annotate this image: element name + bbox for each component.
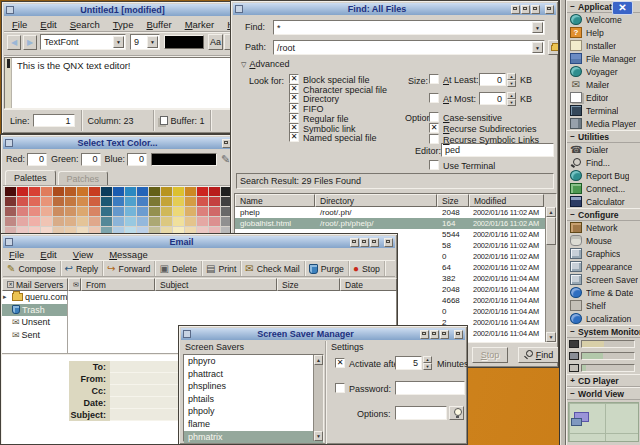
shelf-item-time-date[interactable]: Time & Date [567,286,640,299]
shelf-item-localization[interactable]: Localization [567,312,640,325]
collapse-icon[interactable]: − [569,210,576,219]
palette-swatch[interactable] [65,187,76,196]
mail-folder-unsent[interactable]: ✉Unsent [2,316,67,329]
activate-checkbox[interactable]: ✕ [335,358,345,368]
minutes-spinner[interactable]: ▲▼ [423,356,432,370]
palette-swatch[interactable] [209,197,220,206]
email-titlebar[interactable]: Email [3,236,395,248]
column-header-directory[interactable]: Directory [315,194,437,207]
status-column-header[interactable]: ✉ [68,278,81,291]
palette-swatch[interactable] [53,197,64,206]
preview-button[interactable] [449,406,464,420]
palette-swatch[interactable] [161,217,172,226]
option-recurse-symbolic-links-checkbox[interactable] [429,134,439,144]
color-titlebar[interactable]: Select Text Color... [3,137,233,149]
path-input[interactable]: /root ▼ [273,40,545,55]
window-collapse-button[interactable] [420,330,429,339]
palette-swatch[interactable] [161,197,172,206]
activate-minutes-input[interactable]: 5 [395,356,422,370]
palette-swatch[interactable] [17,197,28,206]
spin-up-icon[interactable]: ▲ [507,73,516,80]
advanced-toggle[interactable]: ▽Advanced [241,59,289,69]
scroll-up-icon[interactable]: ▲ [546,207,556,217]
shelf-item-calculator[interactable]: Calculator [567,195,640,208]
collapse-triangle-icon[interactable]: ▽ [241,61,246,68]
look-for-directory-checkbox[interactable]: ✕ [289,93,299,103]
use-terminal-checkbox[interactable] [429,160,439,170]
window-close-button[interactable] [384,238,393,247]
expander-icon[interactable]: ▸ [3,293,10,301]
column-header-name[interactable]: Name [235,194,315,207]
editor-menu-file[interactable]: File [12,19,27,30]
palette-swatch[interactable] [29,187,40,196]
palette-swatch[interactable] [101,197,112,206]
savers-scrollbar[interactable]: ▲ ▼ [313,355,323,441]
palette-swatch[interactable] [5,217,16,226]
shelf-item-editor[interactable]: Editor [567,91,640,104]
palette-swatch[interactable] [209,187,220,196]
spin-down-icon[interactable]: ▼ [507,80,516,87]
palette-swatch[interactable] [137,187,148,196]
window-collapse-button[interactable] [350,238,359,247]
look-for-symbolic-link-checkbox[interactable]: ✕ [289,123,299,133]
shelf-item-screen-saver[interactable]: Screen Saver [567,273,640,286]
palette-swatch[interactable] [209,217,220,226]
palette-swatch[interactable] [113,197,124,206]
editor-menu-buffer[interactable]: Buffer [146,19,171,30]
tab-palettes[interactable]: Palettes [5,170,56,186]
shelf-item-help[interactable]: Help [567,26,640,39]
password-checkbox[interactable] [335,383,345,393]
editor-text-area[interactable]: This is the QNX text editor! [4,57,231,109]
column-header-modified[interactable]: Modified [469,194,544,207]
editor-menu-type[interactable]: Type [113,19,134,30]
ss-options-input[interactable] [395,406,447,420]
look-for-regular-file-checkbox[interactable]: ✕ [289,113,299,123]
palette-swatch[interactable] [149,187,160,196]
section-header-world-view[interactable]: −World View [567,387,640,400]
palette-swatch[interactable] [77,187,88,196]
forward-button[interactable]: ↪Forward [103,261,155,276]
palette-swatch[interactable] [161,187,172,196]
palette-swatch[interactable] [173,217,184,226]
saver-item-phtails[interactable]: phtails [184,393,323,406]
table-row[interactable]: globalhist.html/root/.ph/phelp/1642002/0… [235,218,545,229]
palette-swatch[interactable] [185,197,196,206]
palette-swatch[interactable] [113,187,124,196]
palette-swatch[interactable] [89,197,100,206]
window-close-button[interactable] [545,5,554,14]
collapse-icon[interactable]: − [569,2,576,11]
scroll-thumb[interactable] [546,217,556,245]
screensaver-list[interactable]: ▲ ▼ phpyrophattractphsplinesphtailsphpol… [183,354,324,442]
window-menu-icon[interactable] [6,6,14,14]
window-zoom-button[interactable] [521,5,530,14]
reply-button[interactable]: ↩Reply [61,261,104,276]
shelf-item-terminal[interactable]: Terminal [567,104,640,117]
palette-swatch[interactable] [5,187,16,196]
collapse-icon[interactable]: − [569,132,576,141]
section-header-cd-player[interactable]: +CD Player [567,374,640,387]
palette-swatch[interactable] [149,217,160,226]
palette-swatch[interactable] [173,207,184,216]
palette-swatch[interactable] [89,207,100,216]
palette-swatch[interactable] [53,207,64,216]
back-arrow-icon[interactable]: ◀ [7,35,21,50]
shelf-resize-gutter[interactable] [559,0,566,445]
palette-swatch[interactable] [185,207,196,216]
window-menu-icon[interactable] [5,238,13,246]
shelf-item-graphics[interactable]: Graphics [567,247,640,260]
shelf-item-dialer[interactable]: Dialer [567,143,640,156]
palette-swatch[interactable] [77,207,88,216]
table-row[interactable]: phelp/root/.ph/20482002/01/16 11:02 AM [235,207,545,218]
font-size-combo[interactable]: 9 ▼ [130,34,160,50]
palette-swatch[interactable] [149,197,160,206]
mail-folder-trash[interactable]: Trash [2,304,67,317]
stop-button[interactable]: ●Stop [349,261,385,276]
palette-swatch[interactable] [17,217,28,226]
look-for-block-special-file-checkbox[interactable]: ✕ [289,74,299,84]
saver-item-flame[interactable]: flame [184,418,323,431]
saver-item-phattract[interactable]: phattract [184,368,323,381]
palette-swatch[interactable] [101,217,112,226]
find-titlebar[interactable]: Find: All Files [233,3,556,15]
shelf-item-network[interactable]: Network [567,221,640,234]
saver-item-phpoly[interactable]: phpoly [184,405,323,418]
